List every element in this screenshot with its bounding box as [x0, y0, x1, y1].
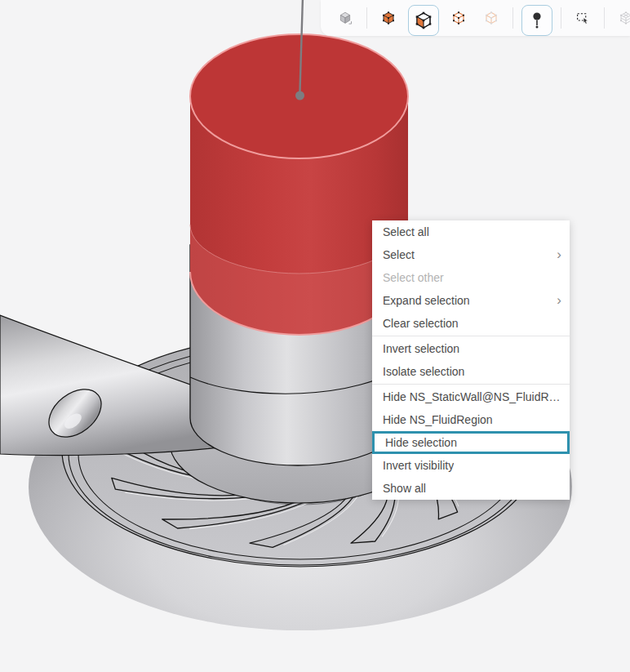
vertex-select-button[interactable] — [479, 6, 504, 30]
menu-item-label: Expand selection — [383, 289, 470, 312]
menu-item-label: Isolate selection — [383, 360, 464, 383]
menu-item-label: Show all — [383, 477, 426, 500]
menu-item-clear-selection[interactable]: Clear selection — [372, 312, 570, 335]
viewer-toolbar — [321, 0, 630, 36]
toolbar-divider — [604, 7, 605, 29]
menu-item-label: Select — [383, 243, 415, 266]
menu-item-isolate-selection[interactable]: Isolate selection — [372, 360, 570, 383]
menu-divider — [372, 336, 570, 336]
menu-item-select[interactable]: Select › — [372, 243, 570, 266]
menu-divider — [372, 384, 570, 385]
menu-item-hide-selection[interactable]: Hide selection — [372, 431, 570, 454]
menu-item-select-all[interactable]: Select all — [372, 220, 570, 243]
volume-select-icon — [381, 8, 396, 28]
menu-item-select-other: Select other — [372, 266, 570, 289]
edge-select-button[interactable] — [446, 6, 471, 30]
menu-item-label: Hide NS_StaticWall@NS_FluidRegion — [383, 385, 563, 408]
menu-item-invert-visibility[interactable]: Invert visibility — [372, 454, 570, 477]
menu-item-label: Select all — [383, 220, 429, 243]
submenu-arrow-icon: › — [557, 289, 561, 312]
menu-item-label: Invert selection — [383, 337, 459, 360]
selection-mode-cube-button[interactable] — [333, 6, 357, 30]
menu-item-show-all[interactable]: Show all — [372, 477, 570, 500]
menu-item-label: Hide NS_FluidRegion — [383, 408, 493, 431]
context-menu: Select all Select › Select other Expand … — [372, 220, 570, 500]
menu-item-hide-ns-fluidregion[interactable]: Hide NS_FluidRegion — [372, 408, 570, 431]
volume-select-button[interactable] — [376, 6, 401, 30]
submenu-arrow-icon: › — [557, 243, 561, 266]
toolbar-divider — [512, 7, 513, 29]
vertex-select-icon — [484, 8, 499, 28]
edge-select-icon — [451, 8, 466, 28]
pick-point-button[interactable] — [521, 5, 552, 36]
face-select-icon — [414, 11, 433, 30]
menu-item-invert-selection[interactable]: Invert selection — [372, 337, 570, 360]
face-select-button[interactable] — [408, 5, 439, 36]
menu-item-label: Hide selection — [385, 434, 457, 452]
box-select-icon — [575, 8, 590, 28]
box-select-button[interactable] — [570, 6, 595, 30]
toolbar-divider — [561, 7, 561, 29]
menu-item-hide-ns-staticwall[interactable]: Hide NS_StaticWall@NS_FluidRegion — [372, 385, 570, 408]
menu-item-expand-selection[interactable]: Expand selection › — [372, 289, 570, 312]
mesh-cube-icon — [619, 8, 630, 28]
menu-item-label: Select other — [383, 266, 444, 289]
gray-cube-icon — [338, 8, 353, 28]
mesh-display-button[interactable] — [614, 6, 630, 30]
toolbar-divider — [366, 7, 367, 29]
pin-icon — [527, 11, 547, 30]
menu-item-label: Clear selection — [383, 312, 459, 335]
menu-item-label: Invert visibility — [383, 454, 454, 477]
